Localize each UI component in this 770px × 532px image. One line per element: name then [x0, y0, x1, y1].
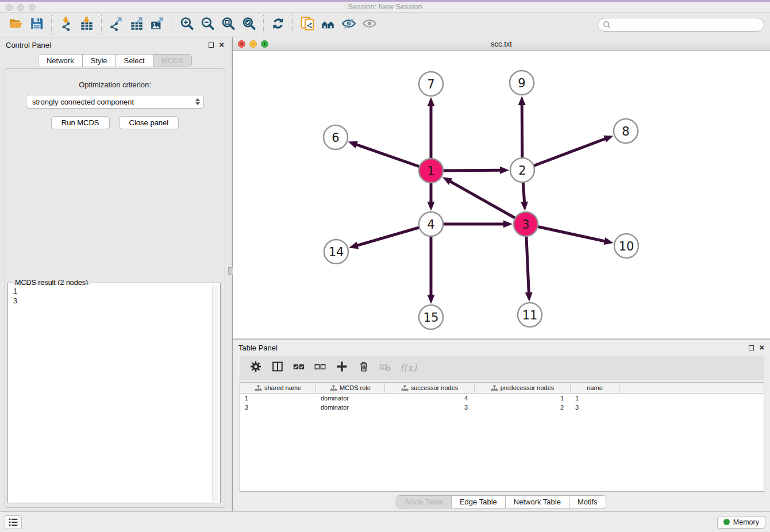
- network-canvas[interactable]: 7968124314101511: [233, 51, 770, 338]
- cell-predecessor-nodes[interactable]: 1: [475, 394, 571, 403]
- column-label: predecessor nodes: [500, 384, 555, 391]
- edge-4-14[interactable]: [349, 224, 431, 249]
- table-settings-icon: [249, 360, 263, 376]
- cell-successor-nodes[interactable]: 3: [385, 403, 475, 412]
- zoom-fit-icon: [221, 16, 236, 33]
- node-14[interactable]: 14: [324, 240, 348, 264]
- column-header-shared-name[interactable]: shared name: [240, 383, 316, 393]
- network-close-icon[interactable]: ×: [238, 40, 245, 48]
- import-table-button[interactable]: [76, 14, 97, 35]
- zoom-window-icon[interactable]: [29, 4, 36, 11]
- add-entry-button[interactable]: [335, 360, 349, 376]
- table-row[interactable]: 3dominator323: [240, 403, 764, 412]
- node-2[interactable]: 2: [510, 158, 534, 182]
- export-network-button[interactable]: [106, 14, 126, 35]
- run-mcds-button[interactable]: Run MCDS: [51, 116, 110, 129]
- first-neighbors-button[interactable]: [318, 14, 338, 35]
- tab-select[interactable]: Select: [116, 55, 153, 67]
- cell-MCDS-role[interactable]: dominator: [316, 394, 385, 403]
- column-header-name[interactable]: name: [571, 383, 619, 393]
- memory-button[interactable]: Memory: [717, 516, 765, 529]
- split-panel-button[interactable]: [271, 360, 284, 375]
- tab-network[interactable]: Network: [38, 55, 83, 67]
- node-9[interactable]: 9: [510, 71, 534, 95]
- column-header-predecessor-nodes[interactable]: predecessor nodes: [475, 383, 571, 393]
- edge-3-1[interactable]: [442, 177, 526, 224]
- zoom-fit-button[interactable]: [218, 14, 238, 35]
- zoom-selected-button[interactable]: [238, 14, 259, 35]
- tab-mcds[interactable]: MCDS: [153, 55, 191, 67]
- hide-selected-button[interactable]: [338, 14, 359, 35]
- node-6[interactable]: 6: [324, 125, 348, 149]
- result-scrollbar[interactable]: [212, 285, 218, 501]
- cell-name[interactable]: 3: [571, 403, 619, 412]
- function-builder-icon: f(x): [400, 362, 417, 373]
- search-box[interactable]: [598, 18, 764, 32]
- table-tab-edge-table[interactable]: Edge Table: [452, 496, 506, 508]
- open-session-button[interactable]: [6, 14, 26, 35]
- tab-style[interactable]: Style: [83, 55, 116, 67]
- memory-status-icon: [723, 519, 730, 525]
- select-all-button[interactable]: [292, 360, 305, 375]
- node-1[interactable]: 1: [419, 159, 443, 183]
- add-entry-icon: [335, 360, 349, 376]
- export-image-button[interactable]: [147, 14, 168, 35]
- toolbar-separator: [51, 15, 52, 34]
- table-row[interactable]: 1dominator411: [240, 394, 764, 403]
- save-session-button[interactable]: [26, 14, 47, 35]
- search-input[interactable]: [614, 21, 759, 29]
- cell-predecessor-nodes[interactable]: 2: [475, 403, 571, 412]
- close-table-panel-icon[interactable]: ×: [759, 345, 764, 350]
- node-11[interactable]: 11: [518, 303, 542, 327]
- zoom-in-button[interactable]: [176, 14, 197, 35]
- minimize-window-icon[interactable]: [17, 4, 24, 11]
- criterion-select[interactable]: strongly connected component: [26, 95, 204, 109]
- mcds-result-textarea[interactable]: 13: [10, 285, 218, 501]
- network-window-titlebar[interactable]: × − + scc.txt: [233, 37, 770, 51]
- import-network-button[interactable]: [56, 14, 76, 35]
- control-panel-tabs: NetworkStyleSelectMCDS: [0, 52, 230, 67]
- new-network-from-selection-button[interactable]: [297, 14, 318, 35]
- node-10[interactable]: 10: [614, 234, 638, 258]
- table-settings-button[interactable]: [249, 360, 263, 376]
- float-panel-icon[interactable]: [209, 43, 214, 48]
- table-tab-network-table[interactable]: Network Table: [506, 496, 569, 508]
- network-maximize-icon[interactable]: +: [261, 40, 268, 48]
- toolbar-separator: [101, 15, 102, 34]
- refresh-button[interactable]: [268, 14, 288, 35]
- export-table-button[interactable]: [126, 14, 147, 35]
- node-8[interactable]: 8: [614, 119, 638, 143]
- show-all-button[interactable]: [359, 14, 380, 35]
- edge-3-10[interactable]: [526, 224, 614, 245]
- node-4[interactable]: 4: [419, 212, 443, 236]
- node-3[interactable]: 3: [514, 212, 538, 236]
- edge-2-8[interactable]: [522, 136, 613, 170]
- task-history-button[interactable]: [5, 515, 22, 529]
- cell-shared-name[interactable]: 3: [240, 403, 316, 412]
- delete-entry-icon: [357, 360, 370, 375]
- svg-text:9: 9: [518, 76, 525, 90]
- cell-MCDS-role[interactable]: dominator: [316, 403, 385, 412]
- cell-successor-nodes[interactable]: 4: [385, 394, 475, 403]
- zoom-out-button[interactable]: [197, 14, 218, 35]
- column-header-MCDS-role[interactable]: MCDS role: [316, 383, 385, 393]
- float-table-panel-icon[interactable]: [749, 345, 754, 350]
- split-panel-icon: [271, 360, 284, 375]
- network-graph: 7968124314101511: [233, 51, 770, 338]
- table-tab-motifs[interactable]: Motifs: [569, 496, 606, 508]
- close-window-icon[interactable]: [6, 4, 13, 11]
- edge-1-6[interactable]: [348, 141, 431, 171]
- cell-shared-name[interactable]: 1: [240, 394, 316, 403]
- unselect-all-button[interactable]: [314, 360, 326, 375]
- network-minimize-icon[interactable]: −: [249, 40, 257, 48]
- close-panel-button[interactable]: Close panel: [119, 116, 179, 129]
- cell-name[interactable]: 1: [571, 394, 619, 403]
- column-header-successor-nodes[interactable]: successor nodes: [385, 383, 475, 393]
- close-panel-icon[interactable]: ×: [219, 42, 224, 48]
- delete-table-button: [379, 360, 391, 375]
- node-15[interactable]: 15: [419, 305, 443, 329]
- delete-entry-button[interactable]: [357, 360, 370, 375]
- table-tab-node-table[interactable]: Node Table: [397, 496, 452, 508]
- node-7[interactable]: 7: [419, 72, 443, 96]
- tree-hierarchy-icon: [255, 384, 262, 392]
